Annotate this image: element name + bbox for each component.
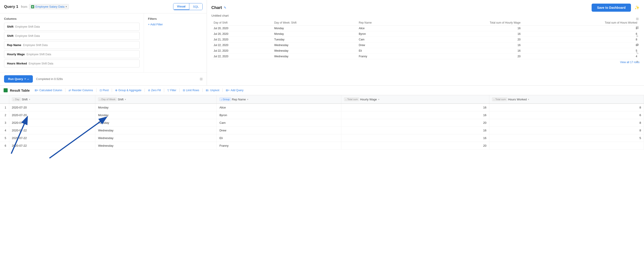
table-cell: Monday <box>95 104 217 111</box>
table-cell: 16 <box>341 134 489 142</box>
column-item: Rep Name Employee Shift Data <box>4 41 140 49</box>
chevron-icon[interactable]: ▾ <box>378 98 379 101</box>
chart-title: Chart <box>211 5 222 10</box>
column-bold: Hours Worked <box>7 62 27 65</box>
chart-table-cell: Jul 20, 2020 <box>211 31 272 37</box>
col-tag-group: ↓ Group <box>220 97 231 101</box>
table-cell: 2020-07-22 <box>9 134 95 142</box>
result-data-table: ↓ Day Shift ▾ ↓ Day of Week Shift ▾ <box>0 95 644 150</box>
chart-table-row: Jul 21, 2020TuesdayCam208 <box>211 37 640 42</box>
limit-rows-button[interactable]: ⊟ Limit Rows <box>181 88 201 93</box>
col-name-hourly-wage: Hourly Wage <box>360 98 377 101</box>
column-item: Shift Employee Shift Data <box>4 23 140 30</box>
row-number: 1 <box>0 104 9 111</box>
row-number-header <box>0 95 9 104</box>
chart-table-cell: Alice <box>356 26 411 31</box>
table-cell: 16 <box>341 111 489 119</box>
filter-label: Filter <box>170 89 176 92</box>
unpivot-button[interactable]: ⊞↕ Unpivot <box>204 88 221 93</box>
chart-table-cell: Jul 22, 2020 <box>211 54 272 59</box>
filter-button[interactable]: ▽ Filter <box>166 88 178 93</box>
separator <box>65 88 66 92</box>
col-name-hours-worked: Hours Worked <box>508 98 527 101</box>
col-header-shift-day: ↓ Day Shift ▾ <box>9 95 95 104</box>
add-filter-button[interactable]: + Add Filter <box>148 23 163 26</box>
column-source: Employee Shift Data <box>29 62 53 65</box>
add-query-button[interactable]: ⊞+ Add Query <box>224 88 245 93</box>
dataset-icon <box>31 5 34 8</box>
separator <box>164 88 164 92</box>
table-cell: Franny <box>216 142 341 150</box>
line-chart-icon[interactable]: ∿ <box>634 50 640 56</box>
table-view-icon[interactable]: ⊞ <box>634 16 640 22</box>
app-layout: Query 1 from Employee Salary Data ▾ Visu… <box>0 0 644 270</box>
limit-rows-label: Limit Rows <box>186 89 199 92</box>
run-query-label: Run Query <box>8 77 23 81</box>
chevron-icon[interactable]: ▾ <box>29 98 30 101</box>
group-aggregate-button[interactable]: ⊕ Group & Aggregate <box>113 88 143 93</box>
bar-chart-icon[interactable]: ▦ <box>634 24 640 30</box>
run-query-button[interactable]: Run Query ⌘ ↵ <box>4 75 33 83</box>
unpivot-label: Unpivot <box>210 89 220 92</box>
dataset-selector[interactable]: Employee Salary Data ▾ <box>29 4 68 9</box>
result-table-toolbar: Result Table ⊞+ Calculated Column ⇄ Reor… <box>0 86 644 95</box>
chart-table-cell: 16 <box>412 26 523 31</box>
reorder-columns-button[interactable]: ⇄ Reorder Columns <box>67 88 95 93</box>
chart-panel: Chart ✎ Save to Dashboard ✨ ⊞ ▦ ≡ ◕ ∿ ▾ … <box>207 0 644 85</box>
table-cell: 2020-07-21 <box>9 119 95 127</box>
chart-table-cell: Wednesday <box>272 42 356 48</box>
bottom-section: Result Table ⊞+ Calculated Column ⇄ Reor… <box>0 86 644 270</box>
view-all-rows-link[interactable]: View all 17 rows <box>211 61 640 64</box>
save-to-dashboard-button[interactable]: Save to Dashboard <box>592 3 631 12</box>
table-cell: Cam <box>216 119 341 127</box>
column-item: Hours Worked Employee Shift Data <box>4 59 140 67</box>
chart-col-total-hours-worked: Total sum of Hours Worked <box>523 20 640 26</box>
filters-section: Filters + Add Filter <box>144 13 207 72</box>
col-header-rep-name: ↓ Group Rep Name ▾ <box>216 95 341 104</box>
group-aggregate-label: Group & Aggregate <box>118 89 142 92</box>
zero-fill-button[interactable]: ⊘ Zero Fill <box>146 88 162 93</box>
chart-header: Chart ✎ Save to Dashboard ✨ <box>211 3 640 12</box>
zero-fill-icon: ⊘ <box>148 89 150 92</box>
pencil-icon[interactable]: ✎ <box>224 6 226 9</box>
pie-chart-icon[interactable]: ◕ <box>634 41 640 48</box>
calculated-column-button[interactable]: ⊞+ Calculated Column <box>33 88 64 93</box>
reorder-columns-label: Reorder Columns <box>72 89 93 92</box>
chevron-icon[interactable]: ▾ <box>528 98 529 101</box>
col-tag-day-of-week: ↓ Day of Week <box>98 97 117 101</box>
columns-section: Columns Shift Employee Shift Data Shift … <box>0 13 144 72</box>
filters-label: Filters <box>148 17 202 20</box>
chart-data-table: Day of Shift Day of Week: Shift Rep Name… <box>211 20 640 59</box>
grid-view-icon[interactable]: ⊞ <box>200 77 202 81</box>
chart-table-area: Day of Shift Day of Week: Shift Rep Name… <box>211 20 640 82</box>
row-number: 3 <box>0 119 9 127</box>
magic-wand-icon[interactable]: ✨ <box>634 5 640 10</box>
column-source: Employee Shift Data <box>15 34 40 37</box>
chart-table-row: Jul 22, 2020WednesdayFranny204 <box>211 54 640 59</box>
separator <box>144 88 145 92</box>
chart-table-row: Jul 20, 2020MondayAlice168 <box>211 26 640 31</box>
tab-sql[interactable]: SQL <box>189 3 202 10</box>
tab-visual[interactable]: Visual <box>173 3 189 10</box>
query-from-label: from <box>21 5 27 8</box>
separator <box>202 88 202 92</box>
table-cell: 16 <box>341 127 489 134</box>
column-source: Employee Shift Data <box>15 25 40 28</box>
chart-table-cell: Jul 22, 2020 <box>211 42 272 48</box>
pivot-button[interactable]: ⊡ Pivot <box>98 88 111 93</box>
add-query-icon: ⊞+ <box>226 89 230 92</box>
chevron-down-icon: ▾ <box>66 5 67 8</box>
chevron-icon[interactable]: ▾ <box>125 98 126 101</box>
chart-table-cell: 8 <box>523 26 640 31</box>
chevron-icon[interactable]: ▾ <box>247 98 248 101</box>
chart-col-rep-name: Rep Name <box>356 20 411 26</box>
chart-table-cell: Jul 21, 2020 <box>211 37 272 42</box>
list-icon[interactable]: ≡ <box>634 33 640 39</box>
chart-table-cell: Tuesday <box>272 37 356 42</box>
table-cell: 2020-07-20 <box>9 104 95 111</box>
chart-table-cell: Franny <box>356 54 411 59</box>
col-name-shift: Shift <box>22 98 28 101</box>
chevron-down-icon[interactable]: ▾ <box>634 58 640 65</box>
col-header-hourly-wage: ↓ Total sum Hourly Wage ▾ <box>341 95 489 104</box>
table-cell: Alice <box>216 104 341 111</box>
